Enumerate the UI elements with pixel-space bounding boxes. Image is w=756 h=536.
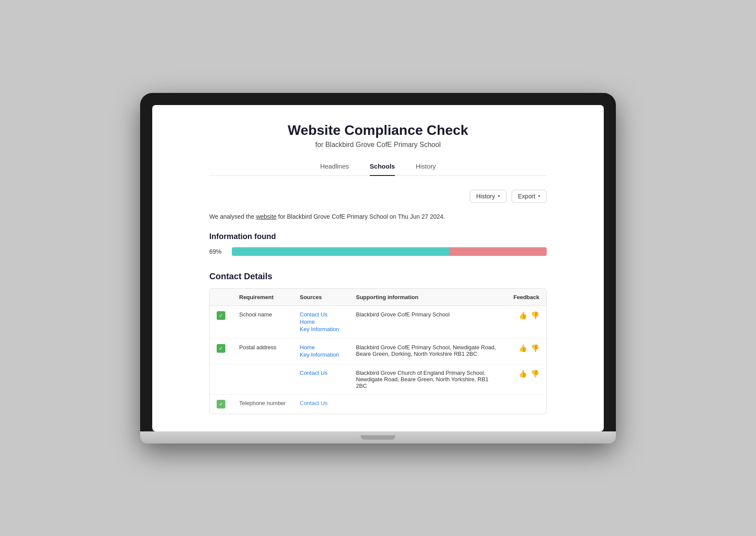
check-cell-telephone: ✓ [210,394,232,414]
supporting-info-postal-sub: Blackbird Grove Church of England Primar… [349,364,506,394]
source-link-key-info[interactable]: Key Information [300,326,342,332]
source-link-contact-us-tel[interactable]: Contact Us [300,400,342,406]
laptop-frame: Website Compliance Check for Blackbird G… [140,93,616,443]
check-cell-postal-address: ✓ [210,338,232,364]
requirement-school-name: School name [232,306,293,338]
table-header-row: Requirement Sources Supporting informati… [210,289,546,306]
thumbs-down-icon[interactable]: 👎 [531,370,539,378]
sources-school-name: Contact Us Home Key Information [293,306,349,338]
export-dropdown-button[interactable]: Export ▾ [512,190,547,203]
history-dropdown-label: History [476,193,495,200]
sources-postal-address: Home Key Information [293,338,349,364]
table-row: ✓ Telephone number Contact Us [210,394,546,414]
requirement-telephone: Telephone number [232,394,293,414]
thumbs-up-icon[interactable]: 👍 [519,344,527,352]
check-icon-telephone: ✓ [217,400,225,408]
progress-container: 69% [209,247,547,256]
progress-remaining [449,247,547,256]
analysis-text: We analysed the website for Blackbird Gr… [209,213,547,220]
table-row-sub: Contact Us Blackbird Grove Church of Eng… [210,364,546,394]
progress-fill [232,247,449,256]
sources-telephone: Contact Us [293,394,349,414]
source-link-home[interactable]: Home [300,319,342,325]
table-row: ✓ Postal address Home Key Information Bl… [210,338,546,364]
check-cell-school-name: ✓ [210,306,232,338]
screen: Website Compliance Check for Blackbird G… [152,105,604,431]
check-icon-school-name: ✓ [217,311,225,320]
supporting-info-postal-address: Blackbird Grove CofE Primary School, New… [349,338,506,364]
table-row: ✓ School name Contact Us Home Key Inform… [210,306,546,338]
check-cell-empty [210,364,232,394]
tab-nav: Headlines Schools History [209,163,547,176]
sources-postal-sub: Contact Us [293,364,349,394]
supporting-info-telephone [349,394,506,414]
requirement-postal-address: Postal address [232,338,293,364]
tab-history[interactable]: History [416,163,436,176]
laptop-notch [361,435,395,440]
feedback-telephone [506,394,546,414]
feedback-school-name: 👍 👎 [506,306,546,338]
history-chevron-icon: ▾ [498,194,500,198]
source-link-contact-us[interactable]: Contact Us [300,311,342,318]
laptop-base [140,431,616,443]
requirement-empty [232,364,293,394]
contact-details-heading: Contact Details [209,271,547,281]
feedback-postal-sub: 👍 👎 [506,364,546,394]
supporting-info-school-name: Blackbird Grove CofE Primary School [349,306,506,338]
thumbs-up-icon[interactable]: 👍 [519,311,527,319]
col-check [210,289,232,306]
source-link-key-info-postal[interactable]: Key Information [300,351,342,358]
thumbs-down-icon[interactable]: 👎 [531,311,539,319]
contact-details-table-wrapper: Requirement Sources Supporting informati… [209,288,547,414]
toolbar: History ▾ Export ▾ [209,190,547,203]
feedback-postal-address: 👍 👎 [506,338,546,364]
col-feedback: Feedback [506,289,546,306]
thumbs-up-icon[interactable]: 👍 [519,370,527,378]
history-dropdown-button[interactable]: History ▾ [470,190,506,203]
col-requirement: Requirement [232,289,293,306]
export-dropdown-label: Export [518,193,535,200]
website-link[interactable]: website [256,213,276,220]
tab-schools[interactable]: Schools [370,163,395,176]
information-found-title: Information found [209,232,547,241]
source-link-contact-us-postal[interactable]: Contact Us [300,370,342,376]
page-title: Website Compliance Check [209,122,547,138]
col-supporting-info: Supporting information [349,289,506,306]
tab-headlines[interactable]: Headlines [320,163,349,176]
progress-percentage: 69% [209,248,225,255]
thumbs-down-icon[interactable]: 👎 [531,344,539,352]
page-subtitle: for Blackbird Grove CofE Primary School [209,141,547,149]
col-sources: Sources [293,289,349,306]
export-chevron-icon: ▾ [538,194,540,198]
check-icon-postal-address: ✓ [217,344,225,353]
progress-bar [232,247,547,256]
contact-details-table: Requirement Sources Supporting informati… [210,289,546,414]
source-link-home-postal[interactable]: Home [300,344,342,351]
